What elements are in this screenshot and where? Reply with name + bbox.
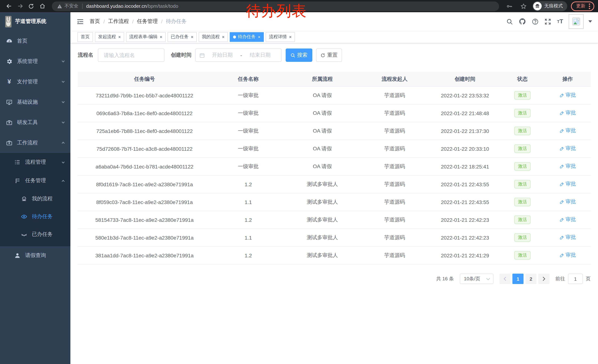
col-process: 所属流程 <box>285 76 359 82</box>
approve-link[interactable]: 审批 <box>559 181 576 187</box>
cell-task-name: 一级审批 <box>211 145 285 152</box>
approve-link[interactable]: 审批 <box>559 163 576 170</box>
cell-actions: 审批 <box>545 92 590 99</box>
avatar[interactable] <box>569 14 583 29</box>
approve-link[interactable]: 审批 <box>559 234 576 241</box>
cell-status: 激活 <box>500 145 545 153</box>
status-badge: 激活 <box>514 180 531 188</box>
cell-process: OA 请假 <box>285 145 359 152</box>
calendar-icon <box>199 52 205 58</box>
approve-link[interactable]: 审批 <box>559 145 576 152</box>
close-icon[interactable]: × <box>289 35 291 39</box>
sidebar-item-leave-query[interactable]: 请假查询 <box>0 246 70 265</box>
approve-link[interactable]: 审批 <box>559 252 576 259</box>
bookmark-star-icon[interactable] <box>518 1 529 11</box>
approve-link[interactable]: 审批 <box>559 110 576 116</box>
browser-home-button[interactable] <box>37 1 47 11</box>
sidebar-item-home[interactable]: 首页 <box>0 31 70 51</box>
search-icon[interactable] <box>506 18 513 25</box>
approve-link[interactable]: 审批 <box>559 217 576 223</box>
col-create-time: 创建时间 <box>430 76 500 82</box>
tab[interactable]: 发起流程 × <box>95 32 124 42</box>
page-size-select[interactable]: 10条/页 <box>460 274 493 284</box>
tab[interactable]: 待办任务 × <box>230 32 264 42</box>
browser-reload-button[interactable] <box>26 1 36 11</box>
browser-forward-button[interactable] <box>15 1 25 11</box>
create-time-label: 创建时间 <box>171 52 191 58</box>
cell-actions: 审批 <box>545 128 590 134</box>
page-number-button[interactable]: 2 <box>525 274 537 284</box>
close-icon[interactable]: × <box>258 35 260 39</box>
page-number-button[interactable]: 1 <box>512 274 523 284</box>
cell-task-id: 8f059c03-7ac8-11ec-a9e2-a2380e71991a <box>78 199 211 205</box>
user-icon <box>14 252 21 259</box>
close-icon[interactable]: × <box>222 35 224 39</box>
toolbox-icon <box>6 119 13 126</box>
reset-button[interactable]: 重置 <box>316 49 342 62</box>
app-logo <box>5 16 11 27</box>
cell-starter: 芋道源码 <box>359 234 430 241</box>
tab-label: 待办任务 <box>238 34 256 40</box>
sidebar-item-system[interactable]: 系统管理 <box>0 51 70 72</box>
tab[interactable]: 已办任务 × <box>167 32 197 42</box>
browser-menu-icon[interactable] <box>589 3 590 9</box>
sidebar-item-infrastructure[interactable]: 基础设施 <box>0 92 70 112</box>
breadcrumb-task-management[interactable]: 任务管理 <box>137 18 158 25</box>
briefcase-icon <box>6 139 13 146</box>
cell-actions: 审批 <box>545 234 590 241</box>
password-key-icon[interactable] <box>504 1 515 11</box>
tab[interactable]: 首页 × <box>77 32 93 42</box>
cell-starter: 芋道源码 <box>359 128 430 134</box>
tags-bar: 首页 × 发起流程 × 流程表单-编辑 × <box>70 31 598 43</box>
cell-actions: 审批 <box>545 163 590 170</box>
incognito-icon <box>533 2 542 10</box>
cell-starter: 芋道源码 <box>359 145 430 152</box>
sidebar-item-payment[interactable]: ¥ 支付管理 <box>0 72 70 92</box>
process-name-input[interactable] <box>98 49 165 62</box>
fullscreen-icon[interactable] <box>544 18 551 25</box>
status-badge: 激活 <box>514 198 531 206</box>
edit-pencil-icon <box>559 93 564 98</box>
cell-status: 激活 <box>500 233 545 242</box>
search-button[interactable]: 搜索 <box>286 49 312 62</box>
approve-link[interactable]: 审批 <box>559 128 576 134</box>
cell-process: 测试多审批人 <box>285 217 359 223</box>
sidebar-item-process-management[interactable]: 流程管理 <box>0 153 70 171</box>
close-icon[interactable]: × <box>191 35 193 39</box>
app-title: 芋道管理系统 <box>15 18 46 25</box>
app-logo-row[interactable]: 芋道管理系统 <box>0 12 70 31</box>
approve-link[interactable]: 审批 <box>559 92 576 99</box>
incognito-badge: 无痕模式 <box>532 1 567 11</box>
tab[interactable]: 流程表单-编辑 × <box>126 32 166 42</box>
sidebar-item-task-management[interactable]: 任务管理 <box>0 171 70 190</box>
date-range-picker[interactable]: 开始日期 - 结束日期 <box>195 49 282 62</box>
next-page-button[interactable] <box>538 274 549 284</box>
prev-page-button[interactable] <box>499 274 511 284</box>
browser-update-button[interactable]: 更新 <box>571 1 594 11</box>
cell-actions: 审批 <box>545 199 590 205</box>
monitor-icon <box>6 99 13 105</box>
sidebar-item-dev-tools[interactable]: 研发工具 <box>0 112 70 133</box>
breadcrumb-workflow[interactable]: 工作流程 <box>108 18 129 25</box>
sidebar-item-todo-tasks[interactable]: 待办任务 <box>0 208 70 226</box>
approve-link[interactable]: 审批 <box>559 199 576 205</box>
tab[interactable]: 我的流程 × <box>199 32 228 42</box>
sidebar-toggle-icon[interactable] <box>76 18 84 25</box>
security-warning[interactable]: 不安全 <box>57 3 78 9</box>
close-icon[interactable]: × <box>160 35 162 39</box>
tab[interactable]: 流程详情 × <box>266 32 295 42</box>
github-icon[interactable] <box>519 18 526 25</box>
breadcrumb-home[interactable]: 首页 <box>90 18 100 25</box>
cell-starter: 芋道源码 <box>359 110 430 116</box>
sidebar-item-workflow[interactable]: 工作流程 <box>0 133 70 153</box>
table-header: 任务编号 任务名称 所属流程 流程发起人 创建时间 状态 操作 <box>78 72 590 87</box>
sidebar-item-my-process[interactable]: 我的流程 <box>0 190 70 208</box>
sidebar-item-done-tasks[interactable]: 已办任务 <box>0 226 70 243</box>
page-content: 流程名 创建时间 开始日期 - 结束日期 搜索 重 <box>70 43 598 284</box>
avatar-dropdown-icon[interactable] <box>588 20 592 23</box>
help-icon[interactable] <box>532 18 539 25</box>
goto-page-input[interactable] <box>568 274 583 284</box>
font-size-icon[interactable]: TT <box>557 18 563 25</box>
close-icon[interactable]: × <box>118 35 121 39</box>
browser-back-button[interactable] <box>4 1 14 11</box>
